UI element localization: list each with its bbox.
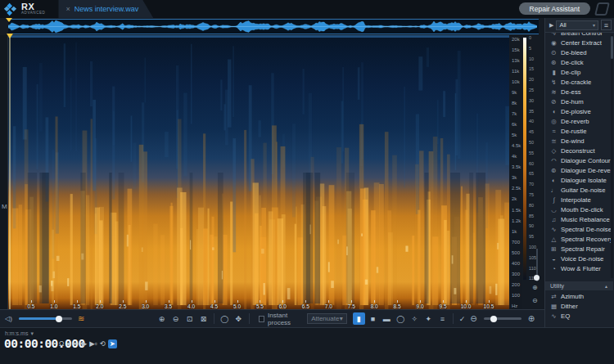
horizontal-zoom-in-icon[interactable]: ⊕: [528, 315, 535, 323]
time-select-tool[interactable]: ▮: [353, 312, 365, 325]
module-item-spectral-recovery[interactable]: △Spectral Recovery: [545, 234, 613, 244]
utility-item-azimuth[interactable]: ⇄Azimuth: [545, 291, 613, 301]
utility-item-eq[interactable]: ∿EQ: [545, 311, 613, 321]
module-item-de-bleed[interactable]: ⊙De-bleed: [545, 47, 613, 57]
lasso-select-tool[interactable]: ◯: [395, 312, 407, 325]
process-module-dropdown[interactable]: Attenuate ▾: [307, 313, 347, 324]
loop-button[interactable]: ⟲: [100, 340, 106, 348]
find-similar-tool[interactable]: ≡: [436, 312, 449, 325]
module-item-label: De-ess: [561, 88, 581, 96]
transport-controls: Ω●⇤▶▶▫⟲➤: [59, 339, 117, 348]
repair-assistant-button[interactable]: Repair Assistant: [519, 2, 590, 15]
vertical-zoom-knob[interactable]: [534, 275, 540, 281]
module-item-de-clip[interactable]: ▮De-clip: [545, 67, 613, 77]
play-selection-button[interactable]: ▶▫: [89, 340, 97, 348]
ruler-tick: [77, 300, 78, 303]
ruler-label: 10.0: [461, 303, 472, 309]
module-list-scrollbar[interactable]: [611, 34, 613, 278]
time-format-selector[interactable]: h:m:s.ms ▾: [5, 330, 34, 337]
de-bleed-icon: ⊙: [550, 49, 558, 56]
ruler-label: 7.0: [325, 303, 332, 309]
module-menu-icon[interactable]: ≡: [601, 20, 612, 30]
ruler-label: 10.5: [484, 303, 494, 309]
scrollbar-thumb[interactable]: [611, 36, 613, 59]
horizontal-zoom-knob[interactable]: [490, 316, 497, 322]
waveform-overview[interactable]: [8, 19, 539, 34]
db-tick-label: 20: [529, 78, 540, 83]
module-item-de-click[interactable]: ⊛De-click: [545, 57, 613, 67]
freq-tick-label: 10k: [512, 79, 522, 84]
zoom-in-icon[interactable]: ⊕: [156, 312, 168, 325]
module-item-de-plosive[interactable]: ◖De-plosive: [545, 106, 613, 116]
module-item-de-hum[interactable]: ⊘De-hum: [545, 97, 613, 106]
module-item-guitar-de-noise[interactable]: ♩Guitar De-noise: [545, 185, 613, 195]
overview-playhead-marker[interactable]: [6, 18, 12, 22]
monitor-speaker-icon[interactable]: ◁): [5, 316, 12, 322]
ruler-label: 8.5: [394, 303, 401, 309]
follow-playhead-button[interactable]: ➤: [108, 339, 117, 348]
zoom-out-icon[interactable]: ⊖: [169, 312, 182, 325]
record-button[interactable]: ●: [66, 340, 70, 348]
module-item-de-wind[interactable]: ≅De-wind: [545, 136, 613, 146]
voice-de-noise-icon: ◒: [550, 255, 558, 263]
main-toolbar: ◁) ≋ ⊕⊖⊡⊠ ◯✥ Instant process Attenuate ▾…: [0, 309, 545, 327]
module-item-dialogue-contour[interactable]: ◠Dialogue Contour: [545, 155, 613, 165]
blend-slider-knob[interactable]: [56, 316, 62, 322]
horizontal-zoom-out-icon[interactable]: ⊖: [470, 315, 476, 323]
vertical-zoom-in-icon[interactable]: ⊕: [532, 285, 538, 291]
module-filter-select[interactable]: All ▾: [556, 20, 598, 30]
monitor-icon[interactable]: Ω: [59, 340, 64, 348]
module-item-label: Spectral Recovery: [561, 236, 613, 243]
ruler-tick: [31, 300, 32, 303]
title-bar: RX ADVANCED × News interview.wav Repair …: [0, 0, 614, 18]
freq-tick-label: 2.5k: [512, 186, 522, 191]
module-item-dialogue-de-reverb[interactable]: ⊚Dialogue De-reverb: [545, 165, 613, 175]
vertical-zoom-out-icon[interactable]: ⊖: [532, 298, 538, 304]
module-item-voice-de-noise[interactable]: ◒Voice De-noise: [545, 254, 613, 263]
playhead-marker[interactable]: [7, 34, 13, 38]
module-item-label: Dialogue Contour: [561, 157, 611, 164]
module-item-spectral-repair[interactable]: ⊞Spectral Repair: [545, 244, 613, 254]
module-item-de-rustle[interactable]: ≈De-rustle: [545, 126, 613, 136]
dialogue-de-reverb-icon: ⊚: [550, 167, 558, 174]
spectrogram-display[interactable]: 0.51.01.52.02.53.03.54.04.55.05.56.06.57…: [8, 35, 509, 309]
play-button[interactable]: ▶: [82, 340, 88, 348]
magic-wand-tool[interactable]: ✦: [422, 312, 435, 325]
db-tick-label: 75: [529, 193, 540, 198]
utility-item-dither[interactable]: ▦Dither: [545, 301, 613, 311]
magnify-tool-icon[interactable]: ◯: [219, 312, 231, 325]
go-to-start-button[interactable]: ⇤: [74, 340, 79, 348]
module-item-spectral-de-noise[interactable]: ∿Spectral De-noise: [545, 224, 613, 234]
module-item-de-crackle[interactable]: ↯De-crackle: [545, 77, 613, 87]
selection-tool-group: ▮■▬◯✧✦≡: [352, 312, 449, 325]
apply-selection-icon[interactable]: ✓: [458, 312, 467, 325]
time-frequency-select-tool[interactable]: ■: [367, 312, 379, 325]
module-item-label: De-reverb: [561, 118, 589, 125]
frequency-select-tool[interactable]: ▬: [381, 312, 393, 325]
azimuth-icon: ⇄: [550, 293, 558, 300]
module-item-mouth-de-click[interactable]: ◡Mouth De-click: [545, 204, 613, 214]
module-item-label: Mouth De-click: [561, 206, 603, 213]
grab-tool-icon[interactable]: ✥: [233, 312, 245, 325]
module-item-center-extract[interactable]: ◉Center Extract: [545, 38, 613, 47]
module-item-wow-flutter[interactable]: ◔Wow & Flutter: [545, 263, 613, 273]
zoom-selection-icon[interactable]: ⊡: [183, 312, 196, 325]
module-item-music-rebalance[interactable]: ♫Music Rebalance: [545, 214, 613, 224]
module-item-deconstruct[interactable]: ◇Deconstruct: [545, 146, 613, 155]
spectrogram-blend-icon[interactable]: ≋: [78, 314, 84, 323]
module-item-label: Deconstruct: [561, 147, 595, 155]
ruler-label: 1.5: [73, 303, 80, 309]
utility-section-header[interactable]: Utility ▲: [545, 281, 613, 290]
instant-process-checkbox[interactable]: [259, 316, 264, 322]
module-item-dialogue-isolate[interactable]: ◐Dialogue Isolate: [545, 175, 613, 185]
file-tab[interactable]: × News interview.wav: [58, 0, 153, 18]
module-item-interpolate[interactable]: ∫Interpolate: [545, 195, 613, 204]
brush-select-tool[interactable]: ✧: [409, 312, 421, 325]
module-preview-icon[interactable]: ▶: [549, 22, 553, 29]
tab-close-icon[interactable]: ×: [65, 6, 70, 13]
module-item-de-ess[interactable]: ≋De-ess: [545, 87, 613, 97]
zoom-fit-icon[interactable]: ⊠: [197, 312, 210, 325]
spectrogram-waveform-blend-slider[interactable]: [19, 317, 72, 320]
horizontal-zoom-slider[interactable]: [484, 317, 521, 320]
module-item-de-reverb[interactable]: ◎De-reverb: [545, 116, 613, 126]
